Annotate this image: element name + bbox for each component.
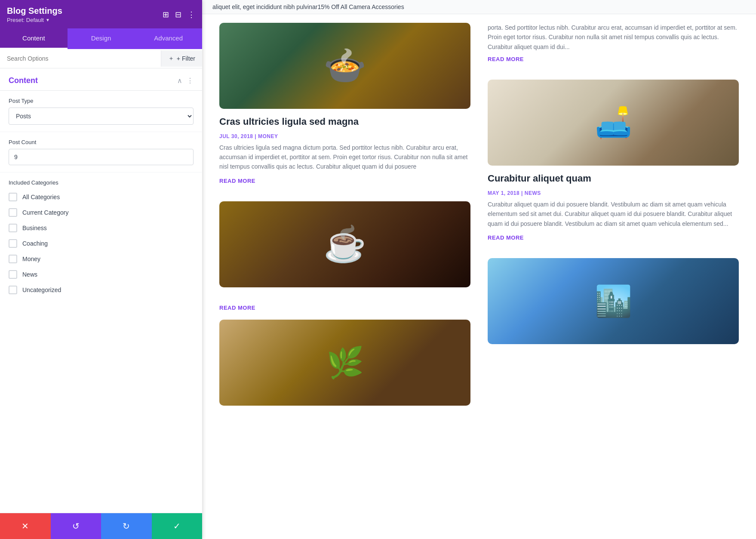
cancel-button[interactable]: ✕: [0, 513, 51, 539]
category-item-current: Current Category: [9, 205, 194, 220]
category-item-coaching: Coaching: [9, 236, 194, 251]
panel-toolbar: ✕ ↺ ↻ ✓: [0, 513, 202, 539]
post-count-input[interactable]: [9, 149, 194, 165]
cancel-icon: ✕: [22, 521, 29, 531]
fullscreen-icon[interactable]: ⊞: [163, 10, 169, 19]
blog-title-food: Cras ultricies ligula sed magna: [219, 116, 470, 128]
category-item-money: Money: [9, 251, 194, 267]
category-item-news: News: [9, 267, 194, 282]
panel-tabs: Content Design Advanced: [0, 28, 202, 49]
save-button[interactable]: ✓: [152, 513, 203, 539]
post-count-label: Post Count: [9, 139, 194, 145]
undo-button[interactable]: ↺: [51, 513, 101, 539]
blog-image-spice: [219, 320, 470, 406]
blog-card-food: Cras ultricies ligula sed magna JUL 30, …: [219, 23, 470, 184]
blog-title-living: Curabitur aliquet quam: [488, 172, 739, 185]
search-input[interactable]: [0, 49, 161, 68]
category-item-all: All Categories: [9, 189, 194, 205]
save-icon: ✓: [173, 521, 181, 531]
category-checkbox-news[interactable]: [9, 270, 17, 279]
category-name-money: Money: [22, 256, 40, 262]
category-name-coaching: Coaching: [22, 240, 48, 247]
read-more-bottom[interactable]: READ MORE: [219, 305, 470, 311]
category-name-news: News: [22, 271, 37, 278]
content-section-header: Content ∧ ⋮: [0, 68, 202, 91]
read-more-living[interactable]: READ MORE: [488, 234, 739, 241]
blog-left-col: Cras ultricies ligula sed magna JUL 30, …: [211, 14, 479, 431]
redo-icon: ↻: [123, 521, 130, 531]
tab-design[interactable]: Design: [68, 28, 135, 49]
section-header-icons: ∧ ⋮: [177, 77, 194, 85]
right-top-excerpt: porta. Sed porttitor lectus nibh. Curabi…: [488, 23, 739, 52]
post-type-label: Post Type: [9, 98, 194, 104]
panel-preset[interactable]: Preset: Default ▼: [7, 17, 62, 23]
tab-advanced[interactable]: Advanced: [135, 28, 202, 49]
preset-dropdown-arrow: ▼: [46, 18, 50, 22]
category-name-uncategorized: Uncategorized: [22, 286, 61, 293]
category-name-all: All Categories: [22, 194, 60, 200]
panel-title: Blog Settings: [7, 6, 62, 16]
category-checkbox-coaching[interactable]: [9, 239, 17, 248]
read-more-right-top[interactable]: READ MORE: [488, 56, 739, 62]
undo-icon: ↺: [72, 521, 80, 531]
redo-button[interactable]: ↻: [101, 513, 152, 539]
top-bar: aliquet elit, eget incididunt nibh pulvi…: [202, 0, 756, 14]
post-type-field: Post Type Posts: [0, 91, 202, 132]
category-checkbox-current[interactable]: [9, 208, 17, 217]
blog-card-city: [488, 258, 739, 344]
split-icon[interactable]: ⊟: [175, 10, 181, 19]
panel-header-icons: ⊞ ⊟ ⋮: [163, 10, 195, 19]
panel-header: Blog Settings Preset: Default ▼ ⊞ ⊟ ⋮: [0, 0, 202, 28]
blog-right-col: porta. Sed porttitor lectus nibh. Curabi…: [479, 14, 747, 431]
right-text-top: porta. Sed porttitor lectus nibh. Curabi…: [488, 23, 739, 62]
category-name-current: Current Category: [22, 209, 68, 216]
category-item-uncategorized: Uncategorized: [9, 282, 194, 298]
category-checkbox-business[interactable]: [9, 224, 17, 232]
more-options-icon[interactable]: ⋮: [187, 10, 195, 19]
category-list: All Categories Current Category Business…: [0, 189, 202, 303]
section-more-icon[interactable]: ⋮: [187, 77, 194, 85]
blog-card-living: Curabitur aliquet quam MAY 1, 2018 | NEW…: [488, 80, 739, 241]
panel-title-block: Blog Settings Preset: Default ▼: [7, 6, 62, 23]
post-count-field: Post Count: [0, 132, 202, 172]
category-checkbox-all[interactable]: [9, 193, 17, 201]
category-name-business: Business: [22, 225, 47, 231]
read-more-food[interactable]: READ MORE: [219, 178, 470, 184]
filter-button[interactable]: ＋ + Filter: [161, 50, 202, 67]
blog-card-coffee: [219, 201, 470, 287]
blog-image-living: [488, 80, 739, 166]
collapse-icon[interactable]: ∧: [177, 77, 182, 85]
content-area: aliquet elit, eget incididunt nibh pulvi…: [202, 0, 756, 539]
top-bar-text: aliquet elit, eget incididunt nibh pulvi…: [212, 3, 404, 10]
blog-image-city: [488, 258, 739, 344]
category-checkbox-money[interactable]: [9, 255, 17, 263]
included-categories-label: Included Categories: [0, 172, 202, 189]
content-section-title: Content: [9, 76, 38, 85]
blog-image-coffee: [219, 201, 470, 287]
blog-date-living: MAY 1, 2018 | NEWS: [488, 190, 739, 196]
blog-image-food: [219, 23, 470, 109]
category-checkbox-uncategorized[interactable]: [9, 286, 17, 294]
blog-excerpt-living: Curabitur aliquet quam id dui posuere bl…: [488, 200, 739, 228]
blog-excerpt-food: Cras ultricies ligula sed magna dictum p…: [219, 143, 470, 172]
blog-card-spice: [219, 320, 470, 406]
blog-grid: Cras ultricies ligula sed magna JUL 30, …: [202, 14, 756, 431]
blog-date-food: JUL 30, 2018 | MONEY: [219, 133, 470, 139]
filter-icon: ＋: [168, 55, 174, 62]
post-type-select[interactable]: Posts: [9, 108, 194, 125]
tab-content[interactable]: Content: [0, 28, 68, 49]
search-bar: ＋ + Filter: [0, 49, 202, 68]
category-item-business: Business: [9, 220, 194, 236]
panel-body: Content ∧ ⋮ Post Type Posts Post Count I…: [0, 68, 202, 513]
blog-settings-panel: Blog Settings Preset: Default ▼ ⊞ ⊟ ⋮ Co…: [0, 0, 202, 539]
